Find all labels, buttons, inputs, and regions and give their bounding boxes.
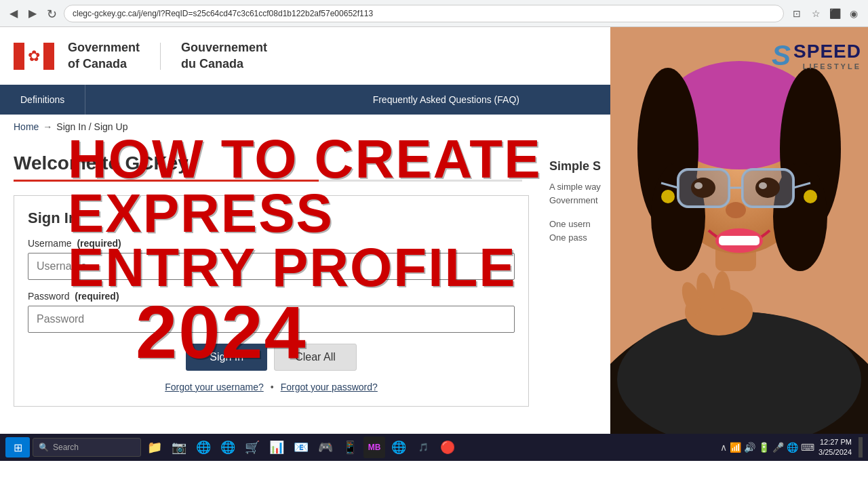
taskbar-search[interactable]: 🔍 Search bbox=[33, 438, 141, 457]
tray-keyboard[interactable]: ⌨ bbox=[801, 442, 814, 453]
show-desktop[interactable] bbox=[859, 437, 863, 458]
right-panel: Simple S A simple way Government One use… bbox=[549, 152, 854, 407]
canada-flag: ✿ bbox=[14, 41, 54, 71]
tray-chevron[interactable]: ∧ bbox=[720, 442, 727, 453]
tray-sound[interactable]: 🔊 bbox=[744, 442, 755, 453]
gov-title-fr: Gouvernementdu Canada bbox=[181, 40, 267, 72]
taskbar-file-explorer[interactable]: 📁 bbox=[144, 436, 165, 458]
francais-link[interactable]: Français bbox=[729, 37, 763, 47]
taskbar-game[interactable]: 🎮 bbox=[315, 436, 336, 458]
button-row: Sign In Clear All bbox=[28, 344, 515, 371]
password-label: Password (required) bbox=[28, 291, 515, 302]
site-header: ✿ Governmentof Canada Gouvernementdu Can… bbox=[0, 27, 868, 85]
taskbar-right: ∧ 📶 🔊 🔋 🎤 🌐 ⌨ 12:27 PM 3/25/2024 bbox=[720, 437, 863, 458]
taskbar-store[interactable]: 🛒 bbox=[241, 436, 263, 458]
forgot-links: Forgot your username? • Forgot your pass… bbox=[28, 382, 515, 392]
speed-logo: S SPEED LIFESTYLE bbox=[772, 41, 861, 70]
page-title: Welcome to GCKey bbox=[14, 152, 529, 174]
nav-item-definitions[interactable]: Definitions bbox=[0, 85, 85, 115]
back-button[interactable]: ◀ bbox=[7, 7, 20, 20]
signin-title: Sign In bbox=[28, 209, 515, 227]
tray-battery[interactable]: 🔋 bbox=[758, 442, 770, 453]
forgot-separator: • bbox=[271, 382, 274, 392]
refresh-button[interactable]: ↻ bbox=[45, 7, 58, 20]
gov-title-en: Governmentof Canada bbox=[68, 40, 140, 72]
flag-right bbox=[43, 43, 54, 70]
taskbar-mb[interactable]: MB bbox=[363, 436, 385, 458]
username-label: Username (required) bbox=[28, 238, 515, 249]
taskbar-mail[interactable]: 📧 bbox=[290, 436, 312, 458]
taskbar-chrome[interactable]: 🌐 bbox=[217, 436, 239, 458]
taskbar-edge[interactable]: 🌐 bbox=[193, 436, 214, 458]
main-area: Welcome to GCKey Sign In Username (requi… bbox=[0, 139, 868, 420]
speed-s-curve: S bbox=[772, 41, 791, 70]
header-divider bbox=[160, 43, 161, 70]
url-text: clegc-gckey.gc.ca/j/eng/l?ReqID=s25c64cd… bbox=[73, 9, 373, 18]
forgot-password-link[interactable]: Forgot your password? bbox=[281, 382, 378, 392]
search-icon: 🔍 bbox=[39, 443, 49, 452]
breadcrumb: Home → Sign In / Sign Up bbox=[0, 115, 868, 139]
address-bar[interactable]: clegc-gckey.gc.ca/j/eng/l?ReqID=s25c64cd… bbox=[64, 5, 784, 22]
page-content: ✿ Governmentof Canada Gouvernementdu Can… bbox=[0, 27, 868, 461]
tray-wifi[interactable]: 📶 bbox=[730, 442, 741, 453]
taskbar-camera[interactable]: 📷 bbox=[168, 436, 190, 458]
speed-sub: LIFESTYLE bbox=[793, 62, 861, 70]
tray-network[interactable]: 🌐 bbox=[787, 442, 798, 453]
nav-bar: Definitions Frequently Asked Questions (… bbox=[0, 85, 868, 115]
username-required: (required) bbox=[77, 238, 121, 249]
nav-item-faq[interactable]: Frequently Asked Questions (FAQ) bbox=[85, 85, 807, 115]
password-input[interactable] bbox=[28, 306, 515, 333]
nav-item-help[interactable]: Help bbox=[807, 85, 868, 115]
extensions-icon[interactable]: ⬛ bbox=[827, 6, 842, 21]
taskbar-search-text: Search bbox=[53, 443, 79, 452]
forward-button[interactable]: ▶ bbox=[26, 7, 39, 20]
right-panel-text1: A simple way bbox=[549, 180, 854, 194]
right-panel-text4: One pass bbox=[549, 231, 854, 245]
tray-mic[interactable]: 🎤 bbox=[772, 442, 784, 453]
signin-box: Sign In Username (required) Password (re… bbox=[14, 195, 529, 407]
taskbar-date-text: 3/25/2024 bbox=[818, 447, 852, 458]
signin-button[interactable]: Sign In bbox=[186, 344, 267, 371]
sys-tray: ∧ 📶 🔊 🔋 🎤 🌐 ⌨ bbox=[720, 442, 814, 453]
taskbar: ⊞ 🔍 Search 📁 📷 🌐 🌐 🛒 📊 📧 🎮 📱 MB 🌐 🎵 🔴 ∧ … bbox=[0, 434, 868, 461]
password-required: (required) bbox=[75, 291, 119, 302]
cast-icon[interactable]: ⊡ bbox=[789, 6, 804, 21]
title-underline bbox=[14, 180, 522, 182]
taskbar-app1[interactable]: 🎵 bbox=[412, 436, 434, 458]
star-icon[interactable]: ☆ bbox=[808, 6, 823, 21]
right-panel-text3: One usern bbox=[549, 218, 854, 231]
browser-icon-group: ⊡ ☆ ⬛ ◉ bbox=[789, 6, 861, 21]
speed-brand: SPEED bbox=[793, 41, 861, 62]
forgot-username-link[interactable]: Forgot your username? bbox=[165, 382, 264, 392]
windows-icon: ⊞ bbox=[14, 441, 22, 454]
start-button[interactable]: ⊞ bbox=[5, 437, 30, 458]
taskbar-chrome2[interactable]: 🌐 bbox=[388, 436, 410, 458]
taskbar-time-text: 12:27 PM bbox=[818, 437, 852, 447]
clear-button[interactable]: Clear All bbox=[274, 344, 357, 371]
maple-leaf-icon: ✿ bbox=[28, 47, 40, 65]
taskbar-excel[interactable]: 📊 bbox=[266, 436, 288, 458]
username-input[interactable] bbox=[28, 253, 515, 280]
taskbar-record[interactable]: 🔴 bbox=[437, 436, 458, 458]
flag-center: ✿ bbox=[24, 43, 43, 70]
right-panel-title: Simple S bbox=[549, 159, 854, 174]
flag-left bbox=[14, 43, 24, 70]
breadcrumb-current: Sign In / Sign Up bbox=[56, 121, 127, 132]
taskbar-clock[interactable]: 12:27 PM 3/25/2024 bbox=[818, 437, 852, 458]
breadcrumb-arrow: → bbox=[43, 121, 52, 132]
taskbar-phone[interactable]: 📱 bbox=[339, 436, 361, 458]
signin-section: Welcome to GCKey Sign In Username (requi… bbox=[14, 152, 529, 407]
browser-chrome: ◀ ▶ ↻ clegc-gckey.gc.ca/j/eng/l?ReqID=s2… bbox=[0, 0, 868, 27]
right-panel-text2: Government bbox=[549, 194, 854, 207]
breadcrumb-home[interactable]: Home bbox=[14, 121, 39, 132]
profile-icon[interactable]: ◉ bbox=[846, 6, 861, 21]
